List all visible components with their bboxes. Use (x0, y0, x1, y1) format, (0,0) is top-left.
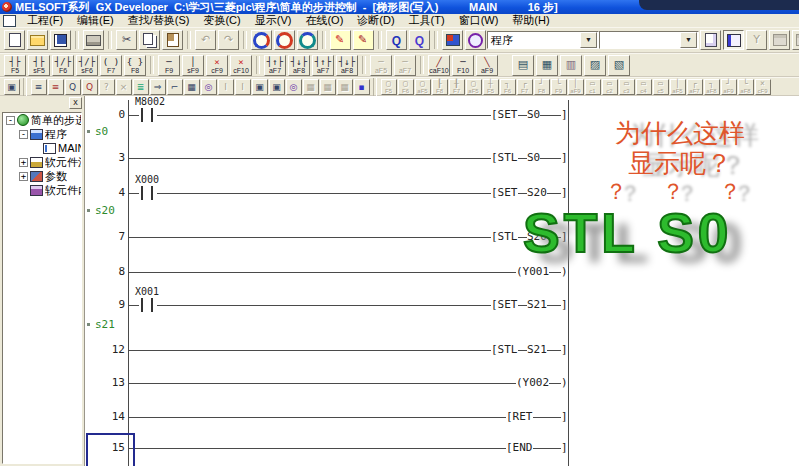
tree-expander-icon[interactable]: - (19, 130, 28, 139)
menu-item-3[interactable]: 查找/替换(S) (121, 14, 197, 27)
monitor-window-button[interactable]: ◎ (286, 79, 302, 95)
buffer-memory-button[interactable]: ▧ (608, 55, 630, 76)
copy-button[interactable] (139, 30, 160, 50)
device-batch-button[interactable]: ▨ (584, 55, 606, 76)
open-contact-fkey-label: F5 (11, 67, 19, 74)
paste-button[interactable] (162, 30, 183, 50)
menu-item-10[interactable]: 帮助(H) (505, 14, 556, 27)
cut-button[interactable]: ✂ (116, 30, 137, 50)
device-registration-button[interactable]: ▥ (560, 55, 582, 76)
tree-item-param[interactable]: +参数 (3, 169, 81, 183)
falling-branch-button[interactable]: ┤↓├aF8 (336, 55, 358, 76)
write-mode-button[interactable] (330, 30, 351, 50)
monitor-mode-button[interactable] (274, 30, 295, 50)
convert-run-button[interactable]: ⇒ (150, 79, 166, 95)
read-mode-button[interactable] (353, 30, 374, 50)
copy-window-button[interactable]: ▣ (252, 79, 268, 95)
print-button[interactable] (83, 30, 104, 50)
save-button[interactable] (50, 30, 71, 50)
new-window-button[interactable]: ▣ (269, 79, 285, 95)
open-contact-button[interactable]: ┤├F5 (4, 55, 26, 76)
menu-item-4[interactable]: 变换(C) (196, 14, 247, 27)
tree-item-comment[interactable]: +软元件注释 (3, 155, 81, 169)
zoom-in-button[interactable] (386, 30, 407, 50)
online-read-button[interactable]: ◎ (201, 79, 217, 95)
monitor-mode-icon (276, 32, 293, 49)
statement-list-button[interactable]: ≡ (48, 79, 64, 95)
blue-window-button[interactable]: ▪ (354, 79, 370, 95)
sfc-column-4-button: ▭c4 (636, 79, 652, 95)
cascade-windows-button[interactable]: ▣ (4, 79, 20, 95)
menu-item-9[interactable]: 窗口(W) (452, 14, 506, 27)
vertical-line-icon: │ (190, 57, 195, 67)
coil-button[interactable]: ( )F7 (100, 55, 122, 76)
entry-monitor-button[interactable]: ▦ (536, 55, 558, 76)
sfc-dummy-button: ▢aF5 (415, 79, 431, 95)
app-logo-icon (2, 2, 12, 12)
edit-cursor[interactable] (86, 433, 135, 466)
rising-branch-button[interactable]: ┤↑├aF7 (312, 55, 334, 76)
tree-item-program[interactable]: -程序 (3, 127, 81, 141)
menu-bar: 工程(F)编辑(E)查找/替换(S)变换(C)显示(V)在线(O)诊断(D)工具… (0, 14, 799, 27)
delete-hline-button[interactable]: ×cF9 (206, 55, 228, 76)
ladder-monitor-button[interactable]: ▤ (512, 55, 534, 76)
tree-item-memory[interactable]: 软元件内存 (3, 183, 81, 197)
chevron-down-icon[interactable]: ▼ (680, 32, 697, 48)
ladder-icon (43, 143, 56, 154)
comment-edit-button[interactable] (700, 30, 721, 50)
comment-grid-button[interactable]: ▦ (184, 79, 200, 95)
menu-item-6[interactable]: 在线(O) (298, 14, 350, 27)
project-tree-toggle-button[interactable] (723, 30, 744, 50)
closed-contact-button[interactable]: ┤/├F6 (52, 55, 74, 76)
instruction-list-button[interactable]: ≡ (31, 79, 47, 95)
ladder-editor[interactable]: 为什么这样 显示呢？ ？ ？ ？ STL S0 0M8002[SETS0]3[S… (85, 96, 799, 466)
mdi-document-icon[interactable] (3, 15, 16, 27)
find-device-button[interactable]: Q (65, 79, 81, 95)
line-erase-icon: ╲ (484, 57, 489, 67)
ladder-edit-button[interactable]: ⌐ (167, 79, 183, 95)
new-button[interactable] (4, 30, 25, 50)
delete-vline-button[interactable]: ×cF10 (230, 55, 252, 76)
sfc-vline-fkey-label: F5 (487, 88, 494, 94)
sfc-rule-5-icon: └ (743, 80, 748, 88)
tree-expander-icon[interactable]: + (19, 158, 28, 167)
closed-branch-button[interactable]: ┤/├sF6 (76, 55, 98, 76)
line-draw-button[interactable]: ─F10 (452, 55, 474, 76)
tree-item-ladder[interactable]: MAIN (3, 141, 81, 155)
zoom-out-button[interactable] (409, 30, 430, 50)
close-icon[interactable]: x (69, 97, 82, 109)
tree-item-project[interactable]: -简单的步进控制 (3, 113, 81, 127)
project-data-list-button[interactable] (465, 30, 486, 50)
comment-display-button[interactable] (297, 30, 318, 50)
sfc-column-5-button: ▭c5 (653, 79, 669, 95)
menu-item-8[interactable]: 工具(T) (402, 14, 452, 27)
window-split-button[interactable] (442, 30, 463, 50)
annotation-line-1: 为什么这样 (525, 118, 799, 148)
find-instruction-button[interactable]: Q (82, 79, 98, 95)
horizontal-line-button[interactable]: ─F9 (158, 55, 180, 76)
rising-pulse-button[interactable]: ┤↑├aF7 (264, 55, 286, 76)
menu-item-2[interactable]: 编辑(E) (70, 14, 121, 27)
open-button[interactable] (27, 30, 48, 50)
application-instruction-button[interactable]: { }F8 (124, 55, 146, 76)
chevron-down-icon[interactable]: ▼ (580, 32, 597, 48)
falling-branch-icon: ┤↓├ (339, 57, 355, 67)
tree-expander-icon[interactable]: - (6, 116, 15, 125)
tree-expander-icon[interactable]: + (19, 172, 28, 181)
vertical-line-button[interactable]: │sF9 (182, 55, 204, 76)
convert-button[interactable]: ≣ (133, 79, 149, 95)
device-combo[interactable]: ▼ (599, 31, 699, 49)
menu-item-1[interactable]: 工程(F) (20, 14, 70, 27)
ladder-mode-button[interactable] (251, 30, 272, 50)
menu-item-7[interactable]: 诊断(D) (350, 14, 401, 27)
step-number: 12 (85, 344, 125, 356)
interline-button[interactable]: ╱caF10 (428, 55, 450, 76)
menu-item-5[interactable]: 显示(V) (248, 14, 299, 27)
line-erase-button[interactable]: ╲aF9 (476, 55, 498, 76)
rising-pulse-fkey-label: aF7 (269, 67, 281, 74)
program-type-combo[interactable]: 程序▼ (487, 31, 599, 49)
undo-icon: ↶ (201, 34, 210, 46)
falling-pulse-button[interactable]: ┤↓├aF8 (288, 55, 310, 76)
open-branch-button[interactable]: ┤├sF5 (28, 55, 50, 76)
grid-option-2-icon: ▦ (323, 82, 332, 92)
